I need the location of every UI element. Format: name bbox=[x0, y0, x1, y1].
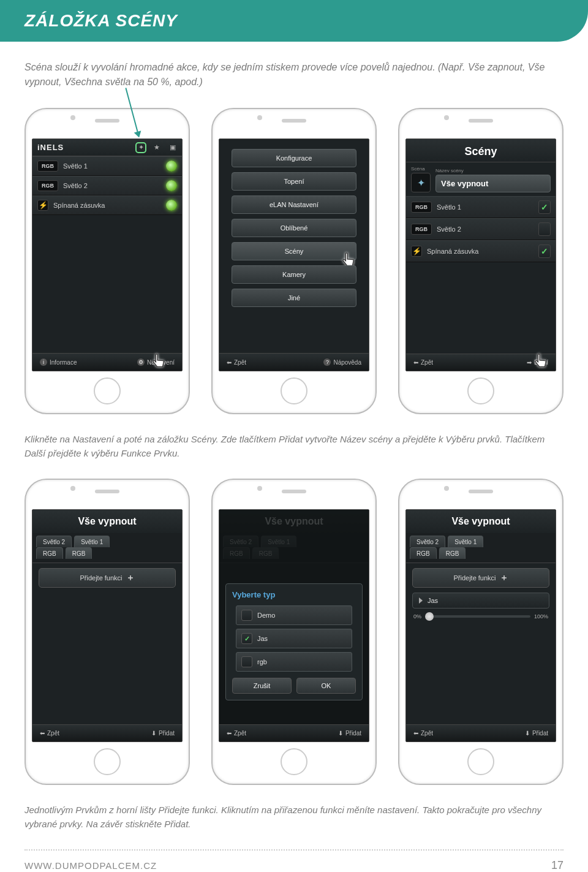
checkbox-icon bbox=[241, 656, 252, 667]
tab-svetlo1[interactable]: Světlo 1 bbox=[448, 536, 483, 547]
triangle-icon bbox=[419, 597, 423, 604]
scene-icon[interactable]: ✦ bbox=[411, 173, 431, 192]
device-row[interactable]: RGB Světlo 2 ✓ bbox=[406, 218, 556, 240]
gear-icon: ⚙ bbox=[137, 358, 145, 366]
rgb-chip: RGB bbox=[37, 180, 58, 191]
home-button[interactable] bbox=[467, 748, 494, 775]
menu-item[interactable]: Konfigurace bbox=[232, 149, 356, 167]
tab-svetlo1[interactable]: Světlo 1 bbox=[74, 536, 110, 547]
home-button[interactable] bbox=[281, 377, 307, 404]
hand-cursor-icon bbox=[149, 352, 170, 371]
tab-svetlo2[interactable]: Světlo 2 bbox=[36, 536, 72, 547]
scene-name-input[interactable]: Vše vypnout bbox=[435, 175, 551, 192]
screen-title: Scény bbox=[406, 139, 556, 162]
brightness-slider[interactable]: 0% 100% bbox=[413, 613, 548, 620]
menu-item[interactable]: Kamery bbox=[232, 265, 356, 284]
back-button[interactable]: ⬅Zpět bbox=[227, 358, 246, 366]
add-button[interactable]: ⬇Přidat bbox=[525, 730, 548, 737]
menu-item[interactable]: Jiné bbox=[232, 289, 356, 307]
screen-2: Konfigurace Topení eLAN Nastavení Oblíbe… bbox=[219, 138, 369, 371]
brand-logo: iNELS bbox=[37, 143, 64, 152]
device-row[interactable]: RGB Světlo 2 bbox=[32, 176, 182, 195]
scenes-icon[interactable]: ✦ bbox=[137, 143, 145, 152]
save-icon: ⬇ bbox=[151, 730, 156, 737]
checkbox-checked-icon: ✓ bbox=[241, 633, 252, 644]
device-row[interactable]: RGB Světlo 1 bbox=[32, 156, 182, 176]
phone-2: Konfigurace Topení eLAN Nastavení Oblíbe… bbox=[211, 108, 377, 414]
phone-row-2: Vše vypnout Světlo 2 Světlo 1 RGB RGB Př… bbox=[24, 479, 564, 785]
page-header: ZÁLOŽKA SCÉNY bbox=[0, 0, 588, 42]
star-icon[interactable]: ★ bbox=[153, 143, 161, 152]
led-indicator-icon[interactable] bbox=[166, 161, 177, 172]
menu-item[interactable]: eLAN Nastavení bbox=[232, 195, 356, 214]
led-indicator-icon[interactable] bbox=[166, 180, 177, 191]
back-button[interactable]: ⬅Zpět bbox=[413, 730, 433, 737]
device-row[interactable]: ⚡ Spínaná zásuvka ✓ bbox=[406, 240, 556, 262]
back-button[interactable]: ⬅Zpět bbox=[413, 359, 433, 366]
function-item[interactable]: Jas bbox=[412, 593, 549, 609]
phone-6: Vše vypnout Světlo 2 Světlo 1 RGB RGB Př… bbox=[398, 479, 564, 785]
tab-svetlo2[interactable]: Světlo 2 bbox=[410, 536, 445, 547]
col-label: Název scény bbox=[435, 168, 551, 173]
caption-1: Klikněte na Nastavení a poté na záložku … bbox=[24, 433, 564, 460]
checkbox-icon[interactable]: ✓ bbox=[538, 222, 551, 236]
save-icon: ⬇ bbox=[525, 730, 530, 737]
col-label: Scéna bbox=[411, 166, 431, 172]
help-button[interactable]: ?Nápověda bbox=[323, 358, 361, 366]
menu-item[interactable]: Topení bbox=[232, 172, 356, 191]
device-label: Světlo 2 bbox=[63, 182, 161, 189]
back-arrow-icon: ⬅ bbox=[40, 730, 45, 737]
menu-item-scenes[interactable]: Scény bbox=[232, 242, 356, 260]
cancel-button[interactable]: Zrušit bbox=[232, 678, 292, 694]
screen-5: Vše vypnout Světlo 2 Světlo 1 RGB RGB Vy… bbox=[219, 509, 369, 742]
subtab-rgb[interactable]: RGB bbox=[252, 547, 279, 559]
checkbox-icon[interactable]: ✓ bbox=[538, 200, 551, 214]
modal-option[interactable]: rgb bbox=[236, 652, 352, 672]
led-indicator-icon[interactable] bbox=[166, 200, 177, 211]
home-button[interactable] bbox=[281, 748, 307, 775]
modal-option[interactable]: ✓ Jas bbox=[236, 629, 352, 648]
subtab-rgb[interactable]: RGB bbox=[439, 547, 466, 559]
topbar: iNELS ✦ ★ ▣ bbox=[32, 139, 182, 156]
device-row[interactable]: ⚡ Spínaná zásuvka bbox=[32, 195, 182, 215]
device-label: Světlo 1 bbox=[437, 203, 533, 211]
home-button[interactable] bbox=[467, 377, 494, 404]
page-number: 17 bbox=[551, 859, 564, 872]
save-icon: ⬇ bbox=[338, 730, 343, 737]
help-icon: ? bbox=[323, 358, 331, 366]
footer-url: WWW.DUMPODPALCEM.CZ bbox=[24, 860, 157, 871]
phone-5: Vše vypnout Světlo 2 Světlo 1 RGB RGB Vy… bbox=[211, 479, 377, 785]
back-button[interactable]: ⬅Zpět bbox=[40, 730, 59, 737]
checkbox-icon bbox=[241, 610, 252, 621]
subtab-rgb[interactable]: RGB bbox=[36, 547, 63, 559]
add-function-button[interactable]: Přidejte funkci ＋ bbox=[412, 568, 549, 588]
slider-knob-icon[interactable] bbox=[425, 612, 434, 621]
plug-icon: ⚡ bbox=[37, 200, 48, 211]
ok-button[interactable]: OK bbox=[296, 678, 356, 694]
back-arrow-icon: ⬅ bbox=[227, 359, 232, 366]
subtab-rgb[interactable]: RGB bbox=[223, 547, 250, 559]
tab-svetlo2[interactable]: Světlo 2 bbox=[223, 536, 258, 547]
camera-icon[interactable]: ▣ bbox=[168, 143, 177, 152]
add-button[interactable]: ⬇Přidat bbox=[151, 730, 175, 737]
tab-svetlo1[interactable]: Světlo 1 bbox=[261, 536, 296, 547]
subtab-rgb[interactable]: RGB bbox=[66, 547, 92, 559]
back-button[interactable]: ⬅Zpět bbox=[227, 730, 246, 737]
checkbox-icon[interactable]: ✓ bbox=[538, 245, 551, 258]
type-modal: Vyberte typ Demo ✓ Jas rgb Zrušit bbox=[225, 583, 363, 700]
menu-item[interactable]: Oblíbené bbox=[232, 219, 356, 237]
phone-3: Scény Scéna ✦ Název scény Vše vypnout RG… bbox=[398, 108, 564, 414]
page-title: ZÁLOŽKA SCÉNY bbox=[24, 11, 564, 31]
screen-6: Vše vypnout Světlo 2 Světlo 1 RGB RGB Př… bbox=[405, 509, 556, 742]
device-label: Spínaná zásuvka bbox=[427, 248, 533, 255]
home-button[interactable] bbox=[94, 748, 121, 775]
modal-option[interactable]: Demo bbox=[236, 605, 352, 625]
home-button[interactable] bbox=[94, 377, 121, 404]
add-button[interactable]: ⬇Přidat bbox=[338, 730, 361, 737]
intro-text: Scéna slouží k vyvolání hromadné akce, k… bbox=[24, 60, 564, 89]
add-function-button[interactable]: Přidejte funkci ＋ bbox=[39, 568, 176, 588]
device-row[interactable]: RGB Světlo 1 ✓ bbox=[406, 196, 556, 218]
device-label: Světlo 2 bbox=[437, 226, 533, 233]
subtab-rgb[interactable]: RGB bbox=[410, 547, 437, 559]
info-button[interactable]: iInformace bbox=[40, 358, 77, 366]
